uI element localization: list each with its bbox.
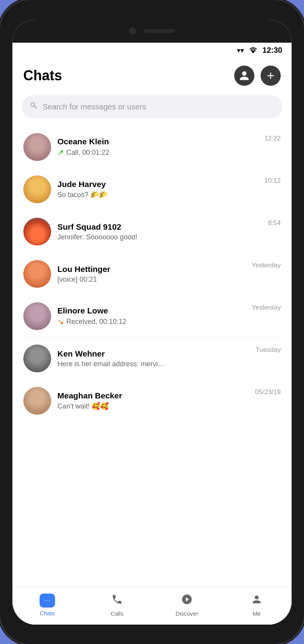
chat-preview: So tacos? 🌮🌮	[57, 190, 258, 199]
chat-info-surf-squad: Surf Squad 9102 Jennifer: Sooooooo good!	[57, 222, 262, 241]
chat-info-ken-wehner: Ken Wehner Here is her email address: me…	[57, 349, 249, 368]
chat-preview: Here is her email address: mervi…	[57, 360, 249, 368]
search-placeholder: Search for messages or users	[43, 102, 146, 111]
chat-item-oceane-klein[interactable]: Oceane Klein ↗ Call, 00:01:22 12:22	[20, 126, 284, 168]
phone-frame: ▾▾ 12:30 Chats	[0, 0, 304, 644]
chat-time: 05/23/19	[255, 388, 281, 396]
page-title: Chats	[23, 68, 234, 84]
chat-time: Yesterday	[252, 261, 281, 269]
contacts-button[interactable]	[234, 66, 254, 86]
avatar-meaghan-becker	[23, 387, 51, 415]
chat-time: 10:12	[264, 177, 281, 185]
camera-lens	[129, 28, 136, 35]
camera-bar	[12, 19, 292, 43]
wifi-icon	[249, 47, 258, 54]
chat-name: Meaghan Becker	[57, 391, 249, 400]
status-time: 12:30	[263, 46, 282, 55]
chats-nav-icon	[40, 594, 55, 608]
add-icon	[265, 70, 276, 81]
search-icon	[29, 101, 38, 112]
calls-nav-icon	[111, 594, 123, 608]
phone-screen: ▾▾ 12:30 Chats	[12, 19, 292, 625]
contacts-icon	[239, 70, 250, 81]
status-bar: ▾▾ 12:30	[12, 43, 292, 58]
outgoing-call-arrow-icon: ↗	[57, 148, 64, 157]
nav-item-me[interactable]: Me	[222, 594, 292, 617]
nav-item-discover[interactable]: Discover	[152, 594, 222, 617]
svg-marker-0	[251, 50, 256, 54]
chat-item-surf-squad[interactable]: Surf Squad 9102 Jennifer: Sooooooo good!…	[20, 211, 284, 253]
chat-time: 12:22	[264, 135, 281, 142]
speaker	[144, 29, 175, 33]
nav-item-calls[interactable]: Calls	[82, 594, 152, 617]
chat-time: 8:54	[268, 219, 281, 227]
me-nav-icon	[251, 594, 263, 608]
avatar-ken-wehner	[23, 345, 51, 372]
avatar-jude-harvey	[23, 175, 51, 203]
chat-info-meaghan-becker: Meaghan Becker Can't wait! 🥰🥰	[57, 391, 249, 410]
chat-time: Yesterday	[252, 304, 281, 312]
nav-label-me: Me	[253, 610, 261, 617]
chat-preview: ↘ Received, 00:10:12	[57, 317, 245, 326]
avatar-lou-hettinger	[23, 260, 51, 288]
app-content: Chats	[12, 58, 292, 625]
chat-name: Jude Harvey	[57, 180, 258, 189]
chat-preview: Can't wait! 🥰🥰	[57, 402, 249, 410]
avatar-elinore-lowe	[23, 302, 51, 330]
discover-nav-icon	[181, 594, 193, 608]
chats-header: Chats	[12, 58, 292, 92]
chat-item-meaghan-becker[interactable]: Meaghan Becker Can't wait! 🥰🥰 05/23/19	[20, 380, 284, 422]
chat-item-lou-hettinger[interactable]: Lou Hettinger [voice] 00:21 Yesterday	[20, 253, 284, 295]
chat-name: Ken Wehner	[57, 349, 249, 358]
header-icons	[234, 66, 281, 86]
chat-item-ken-wehner[interactable]: Ken Wehner Here is her email address: me…	[20, 338, 284, 380]
chat-list: Oceane Klein ↗ Call, 00:01:22 12:22 Jud	[12, 126, 292, 587]
chat-info-jude-harvey: Jude Harvey So tacos? 🌮🌮	[57, 180, 258, 199]
chat-preview: Jennifer: Sooooooo good!	[57, 233, 262, 241]
chat-preview: ↗ Call, 00:01:22	[57, 148, 258, 157]
chat-name: Lou Hettinger	[57, 265, 245, 274]
chat-item-jude-harvey[interactable]: Jude Harvey So tacos? 🌮🌮 10:12	[20, 168, 284, 211]
new-chat-button[interactable]	[261, 66, 281, 86]
chat-time: Tuesday	[256, 346, 281, 354]
wifi-icon: ▾▾	[237, 46, 244, 55]
nav-label-calls: Calls	[111, 610, 123, 617]
chat-preview: [voice] 00:21	[57, 275, 245, 284]
avatar-oceane-klein	[23, 133, 51, 161]
nav-label-discover: Discover	[176, 610, 198, 617]
incoming-call-arrow-icon: ↘	[57, 317, 64, 326]
chat-info-lou-hettinger: Lou Hettinger [voice] 00:21	[57, 265, 245, 284]
avatar-surf-squad	[23, 218, 51, 246]
chat-name: Elinore Lowe	[57, 306, 245, 315]
nav-label-chats: Chats	[40, 610, 55, 616]
chat-name: Oceane Klein	[57, 137, 258, 146]
chat-info-elinore-lowe: Elinore Lowe ↘ Received, 00:10:12	[57, 306, 245, 326]
bottom-nav: Chats Calls	[12, 587, 292, 625]
chat-name: Surf Squad 9102	[57, 222, 262, 232]
chat-info-oceane-klein: Oceane Klein ↗ Call, 00:01:22	[57, 137, 258, 157]
chat-item-elinore-lowe[interactable]: Elinore Lowe ↘ Received, 00:10:12 Yester…	[20, 295, 284, 338]
search-bar[interactable]: Search for messages or users	[22, 95, 282, 118]
nav-item-chats[interactable]: Chats	[12, 594, 82, 617]
